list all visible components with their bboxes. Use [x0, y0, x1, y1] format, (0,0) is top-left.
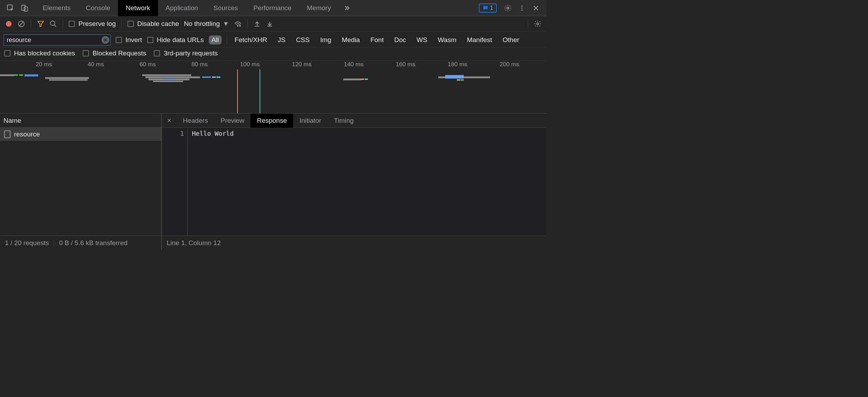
svg-point-5 [521, 7, 522, 8]
tick-label: 40 ms [88, 61, 104, 68]
svg-point-4 [521, 5, 522, 6]
tab-application[interactable]: Application [158, 0, 206, 16]
record-icon[interactable] [5, 20, 13, 28]
inspect-element-icon[interactable] [4, 0, 18, 16]
request-name: resource [14, 130, 40, 138]
throttling-select[interactable]: No throttling ▼ [184, 20, 229, 28]
response-body[interactable]: 1 Hello World [162, 128, 546, 236]
svg-point-9 [50, 21, 55, 25]
panel-tabs: Elements Console Network Application Sou… [35, 0, 355, 16]
third-party-checkbox[interactable]: 3rd-party requests [154, 49, 218, 57]
has-blocked-cookies-checkbox[interactable]: Has blocked cookies [4, 49, 75, 57]
detail-tabs: × Headers Preview Response Initiator Tim… [162, 114, 546, 128]
tick-label: 100 ms [240, 61, 260, 68]
tick-label: 60 ms [139, 61, 156, 68]
filter-icon[interactable] [37, 20, 44, 28]
clear-filter-icon[interactable] [102, 36, 109, 44]
tab-performance[interactable]: Performance [246, 0, 299, 16]
timeline-overview[interactable]: 20 ms 40 ms 60 ms 80 ms 100 ms 120 ms 14… [0, 61, 546, 114]
more-tabs-icon[interactable] [339, 0, 355, 16]
filter-bar: Invert Hide data URLs All Fetch/XHR JS C… [0, 32, 546, 47]
type-pill-doc[interactable]: Doc [391, 35, 409, 45]
throttling-value: No throttling [184, 20, 220, 28]
detail-tab-preview[interactable]: Preview [214, 114, 251, 128]
status-transferred: 0 B / 5.6 kB transferred [59, 239, 128, 247]
network-split: Name resource × Headers Preview Response… [0, 114, 546, 236]
type-pill-manifest[interactable]: Manifest [464, 35, 495, 45]
tick-label: 140 ms [344, 61, 364, 68]
svg-point-10 [237, 25, 239, 26]
close-detail-icon[interactable]: × [162, 116, 177, 125]
svg-rect-1 [22, 5, 25, 10]
document-icon [4, 130, 11, 138]
tick-label: 180 ms [448, 61, 467, 68]
line-number-gutter: 1 [162, 128, 188, 236]
tick-label: 160 ms [396, 61, 415, 68]
search-icon[interactable] [49, 20, 57, 28]
network-toolbar: Preserve log Disable cache No throttling… [0, 16, 546, 32]
tab-sources[interactable]: Sources [206, 0, 246, 16]
type-pill-all[interactable]: All [209, 35, 222, 45]
request-detail-panel: × Headers Preview Response Initiator Tim… [162, 114, 546, 236]
timeline-bars [0, 74, 546, 85]
status-bar: 1 / 20 requests 0 B / 5.6 kB transferred… [0, 236, 546, 250]
devtools-window: Elements Console Network Application Sou… [0, 0, 546, 251]
request-row[interactable]: resource [0, 128, 161, 141]
disable-cache-checkbox[interactable]: Disable cache [128, 20, 179, 28]
type-pill-js[interactable]: JS [275, 35, 288, 45]
type-pill-wasm[interactable]: Wasm [435, 35, 459, 45]
hide-data-urls-checkbox[interactable]: Hide data URLs [147, 36, 204, 44]
invert-label: Invert [125, 36, 142, 44]
svg-point-7 [6, 21, 12, 27]
kebab-menu-icon[interactable] [515, 0, 529, 16]
svg-point-6 [521, 9, 522, 11]
upload-har-icon[interactable] [253, 20, 261, 28]
chevron-down-icon: ▼ [222, 20, 229, 28]
blocked-requests-label: Blocked Requests [92, 49, 146, 57]
tab-console[interactable]: Console [78, 0, 118, 16]
third-party-label: 3rd-party requests [164, 49, 218, 57]
detail-tab-headers[interactable]: Headers [177, 114, 214, 128]
filter-input-wrap [4, 34, 111, 46]
download-har-icon[interactable] [266, 20, 274, 28]
type-pill-fetchxhr[interactable]: Fetch/XHR [232, 35, 270, 45]
filter-bar-2: Has blocked cookies Blocked Requests 3rd… [0, 47, 546, 61]
type-pill-css[interactable]: CSS [293, 35, 312, 45]
preserve-log-checkbox[interactable]: Preserve log [69, 20, 116, 28]
svg-point-12 [537, 23, 539, 25]
network-conditions-icon[interactable] [234, 20, 242, 28]
main-tabstrip: Elements Console Network Application Sou… [0, 0, 546, 16]
detail-tab-timing[interactable]: Timing [328, 114, 360, 128]
request-list: resource [0, 128, 161, 236]
status-cursor: Line 1, Column 12 [167, 239, 221, 247]
issues-count: 1 [490, 5, 493, 11]
close-devtools-icon[interactable] [529, 0, 543, 16]
issues-badge[interactable]: 1 [479, 4, 497, 13]
type-pill-media[interactable]: Media [339, 35, 363, 45]
type-pill-img[interactable]: Img [317, 35, 334, 45]
network-settings-icon[interactable] [534, 20, 542, 28]
filter-input[interactable] [4, 34, 111, 46]
svg-point-3 [507, 7, 509, 9]
type-pill-ws[interactable]: WS [414, 35, 430, 45]
type-pill-other[interactable]: Other [500, 35, 522, 45]
column-header-name[interactable]: Name [0, 114, 161, 128]
detail-tab-response[interactable]: Response [250, 114, 293, 128]
tick-label: 200 ms [500, 61, 519, 68]
hide-data-urls-label: Hide data URLs [157, 36, 204, 44]
tab-memory[interactable]: Memory [299, 0, 339, 16]
type-pill-font[interactable]: Font [367, 35, 386, 45]
detail-tab-initiator[interactable]: Initiator [293, 114, 328, 128]
blocked-requests-checkbox[interactable]: Blocked Requests [83, 49, 146, 57]
tick-label: 80 ms [192, 61, 208, 68]
invert-checkbox[interactable]: Invert [116, 36, 142, 44]
disable-cache-label: Disable cache [137, 20, 179, 28]
tick-label: 120 ms [292, 61, 311, 68]
tab-network[interactable]: Network [118, 0, 158, 16]
response-content: Hello World [188, 128, 546, 236]
clear-icon[interactable] [18, 20, 25, 28]
tab-elements[interactable]: Elements [35, 0, 78, 16]
device-toolbar-icon[interactable] [18, 0, 32, 16]
settings-icon[interactable] [501, 0, 515, 16]
tick-label: 20 ms [36, 61, 52, 68]
